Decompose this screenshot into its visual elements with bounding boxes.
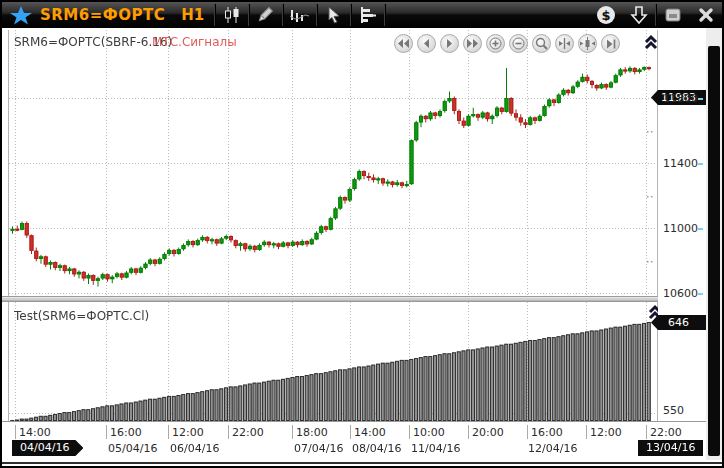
collapse-pane-icon[interactable] bbox=[643, 34, 659, 51]
nav-fast-forward-button[interactable] bbox=[463, 34, 482, 53]
nav-zoom-in-button[interactable] bbox=[486, 34, 505, 53]
date-badge: 13/04/16 bbox=[638, 440, 703, 456]
nav-go-to-end-button[interactable] bbox=[601, 34, 620, 53]
nav-compress-horizontal-button[interactable] bbox=[555, 34, 574, 53]
star-icon[interactable] bbox=[8, 5, 34, 25]
close-icon[interactable] bbox=[689, 2, 722, 28]
date-axis-tick: 06/04/16 bbox=[170, 442, 219, 455]
titlebar-window-controls: $ bbox=[589, 2, 722, 28]
candlestick-chart-canvas[interactable] bbox=[9, 30, 657, 295]
cursor-icon[interactable] bbox=[317, 2, 350, 28]
time-axis-separator bbox=[527, 425, 528, 439]
time-axis-tick: 14:00 bbox=[354, 426, 386, 439]
time-axis-separator bbox=[409, 425, 410, 439]
time-axis-tick: 20:00 bbox=[472, 426, 504, 439]
candlesticks-icon[interactable] bbox=[215, 2, 248, 28]
time-axis-tick: 14:00 bbox=[19, 426, 51, 439]
chart-client-area: SRM6=ФОРТС(SBRF-6.16) МТС.Сигналы Test(S… bbox=[2, 28, 722, 466]
time-axis-tick: 22:00 bbox=[232, 426, 264, 439]
pencil-icon[interactable] bbox=[249, 2, 282, 28]
time-axis-separator bbox=[15, 425, 16, 439]
titlebar-tools bbox=[215, 2, 385, 28]
time-axis-separator bbox=[292, 425, 293, 439]
nav-magnifier-button[interactable] bbox=[532, 34, 551, 53]
axis-marker-tick bbox=[698, 293, 703, 295]
bar-chart-style-icon[interactable] bbox=[283, 2, 316, 28]
price-axis-tick: 11400 bbox=[663, 157, 698, 170]
date-axis-tick: 05/04/16 bbox=[108, 442, 157, 455]
axis-marker-tick bbox=[698, 228, 703, 230]
vertical-scrollbar bbox=[706, 28, 722, 460]
time-axis-separator bbox=[228, 425, 229, 439]
time-axis-separator bbox=[468, 425, 469, 439]
nav-fast-rewind-button[interactable] bbox=[394, 34, 413, 53]
time-axis-tick: 10:00 bbox=[413, 426, 445, 439]
axis-marker-tick bbox=[698, 98, 703, 100]
window-inner-border bbox=[2, 462, 722, 464]
indicator-axis-tick: 550 bbox=[663, 404, 684, 417]
titlebar-timeframe: H1 bbox=[181, 6, 204, 24]
time-axis-tick: 18:00 bbox=[296, 426, 328, 439]
vertical-scrollbar-thumb[interactable] bbox=[708, 46, 720, 456]
time-axis-tick: 16:00 bbox=[531, 426, 563, 439]
svg-text:$: $ bbox=[601, 8, 610, 23]
price-axis-tick: 11800 bbox=[663, 92, 698, 105]
date-axis-tick: 07/04/16 bbox=[294, 442, 343, 455]
time-axis-tick: 22:00 bbox=[650, 426, 682, 439]
download-arrow-icon[interactable] bbox=[622, 2, 655, 28]
nav-step-forward-button[interactable] bbox=[440, 34, 459, 53]
price-axis[interactable]: 11983 646 550 11800114001100010600 bbox=[658, 28, 706, 421]
time-axis[interactable]: 14:0016:0012:0022:0018:0014:0010:0020:00… bbox=[2, 422, 706, 460]
date-badge: 04/04/16 bbox=[12, 440, 83, 456]
time-axis-tick: 12:00 bbox=[590, 426, 622, 439]
separator bbox=[384, 4, 385, 26]
titlebar: SRM6=ФОРТС H1 $ bbox=[2, 2, 722, 28]
time-axis-separator bbox=[586, 425, 587, 439]
titlebar-symbol: SRM6=ФОРТС bbox=[40, 6, 165, 24]
time-axis-separator bbox=[646, 425, 647, 439]
date-axis-tick: 12/04/16 bbox=[528, 442, 577, 455]
axis-marker-tick bbox=[698, 163, 703, 165]
minimize-icon[interactable] bbox=[656, 2, 689, 28]
time-axis-separator bbox=[168, 425, 169, 439]
pane-splitter[interactable] bbox=[2, 296, 658, 302]
volume-profile-icon[interactable] bbox=[351, 2, 384, 28]
chart-nav-toolbar bbox=[394, 34, 620, 53]
time-axis-tick: 16:00 bbox=[110, 426, 142, 439]
indicator-value-badge: 646 bbox=[651, 315, 706, 330]
nav-zoom-out-button[interactable] bbox=[509, 34, 528, 53]
chart-window: SRM6=ФОРТС H1 $ SRM6=ФОРТС(SBRF-6.16) МТ… bbox=[0, 0, 724, 468]
signal-service-label[interactable]: МТС.Сигналы bbox=[152, 35, 237, 49]
indicator-label: Test(SRM6=ФОРТС.Cl) bbox=[14, 309, 149, 323]
time-axis-separator bbox=[106, 425, 107, 439]
nav-candle-width-button[interactable] bbox=[578, 34, 597, 53]
time-axis-tick: 12:00 bbox=[172, 426, 204, 439]
plot-left-border bbox=[8, 30, 9, 421]
instrument-label: SRM6=ФОРТС(SBRF-6.16) bbox=[14, 35, 172, 49]
time-axis-separator bbox=[350, 425, 351, 439]
price-axis-tick: 11000 bbox=[663, 222, 698, 235]
money-circle-icon[interactable]: $ bbox=[589, 2, 622, 28]
date-axis-tick: 08/04/16 bbox=[352, 442, 401, 455]
nav-step-back-button[interactable] bbox=[417, 34, 436, 53]
price-axis-tick: 10600 bbox=[663, 287, 698, 300]
date-axis-tick: 11/04/16 bbox=[411, 442, 460, 455]
